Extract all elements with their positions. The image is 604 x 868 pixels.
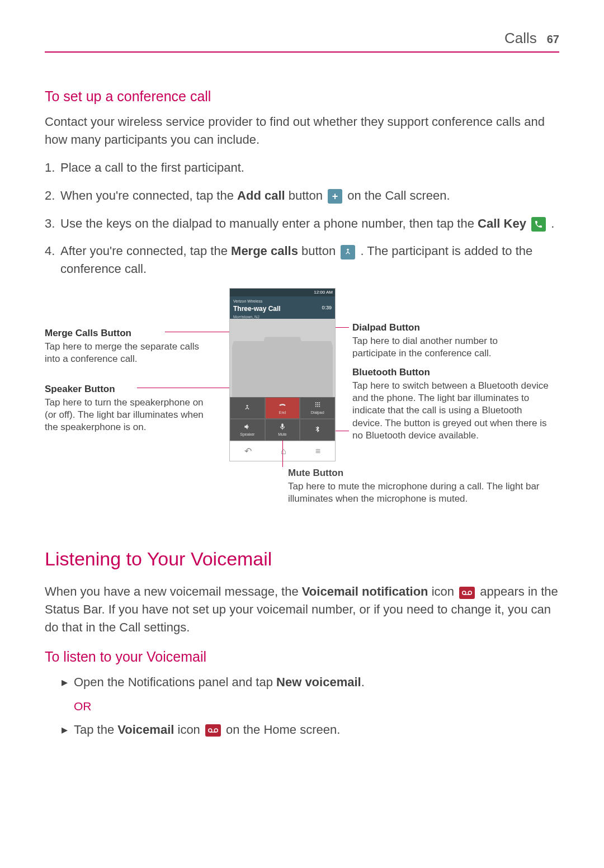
call-key-icon (531, 217, 546, 232)
bluetooth-button[interactable] (300, 419, 335, 441)
svg-point-4 (214, 729, 218, 732)
status-time: 12:00 AM (314, 289, 333, 296)
callout-speaker: Speaker Button Tap here to turn the spea… (45, 383, 213, 433)
merge-button[interactable] (230, 397, 265, 419)
step-text: Use the keys on the dialpad to manually … (60, 215, 559, 233)
callout-desc: Tap here to merge the separate calls int… (45, 341, 199, 364)
step-text: When you're connected, tap the Add call … (60, 187, 559, 205)
bullet-icon: ▸ (62, 721, 74, 739)
add-call-label: Add call (237, 188, 285, 202)
or-separator: OR (45, 698, 559, 715)
contact-silhouettes (230, 319, 335, 397)
text-fragment: Tap the (74, 723, 117, 737)
person-icon (299, 341, 333, 397)
voicemail-icon (459, 587, 475, 599)
leader-line (137, 388, 238, 388)
callout-desc: Tap here to switch between a Bluetooth d… (352, 380, 549, 440)
text-fragment: Open the Notifications panel and tap (74, 675, 276, 689)
header-section: Calls (504, 28, 537, 49)
svg-point-0 (463, 591, 466, 595)
callout-bluetooth: Bluetooth Button Tap here to switch betw… (352, 366, 554, 442)
text-fragment: After you're connected, tap the (60, 244, 231, 258)
mute-button[interactable]: Mute (265, 419, 300, 441)
call-screen-diagram: Merge Calls Button Tap here to merge the… (45, 288, 559, 523)
step-number: 2. (45, 187, 60, 205)
leader-line (336, 431, 349, 431)
step-4: 4. After you're connected, tap the Merge… (45, 242, 559, 278)
voicemail-steps-2: ▸ Tap the Voicemail icon on the Home scr… (45, 721, 559, 739)
conference-steps: 1. Place a call to the first participant… (45, 159, 559, 278)
person-icon (232, 341, 266, 397)
header-page-number: 67 (547, 31, 559, 48)
menu-icon[interactable]: ≡ (315, 445, 320, 457)
bullet-icon: ▸ (62, 673, 74, 691)
leader-line (165, 332, 238, 332)
phone-call-header: Verizon Wireless Three-way Call Morristo… (230, 296, 335, 319)
conference-heading: To set up a conference call (45, 86, 559, 106)
voicemail-sub-heading: To listen to your Voicemail (45, 647, 559, 667)
vm-step-1: ▸ Open the Notifications panel and tap N… (45, 673, 559, 691)
callout-title: Dialpad Button (352, 322, 520, 334)
merge-calls-label: Merge calls (231, 244, 298, 258)
end-button[interactable]: End (265, 397, 300, 419)
add-call-icon (328, 189, 342, 204)
btn-label: Dialpad (311, 410, 324, 416)
step-number: 4. (45, 242, 60, 278)
callout-title: Bluetooth Button (352, 366, 554, 379)
btn-label: Mute (278, 432, 287, 437)
leader-line (282, 440, 283, 467)
callout-desc: Tap here to turn the speakerphone on (or… (45, 397, 204, 432)
voicemail-notification-label: Voicemail notification (302, 584, 428, 598)
text-fragment: Use the keys on the dialpad to manually … (60, 216, 478, 230)
page-header: Calls 67 (45, 28, 559, 53)
voicemail-intro: When you have a new voicemail message, t… (45, 583, 559, 636)
step-text: Tap the Voicemail icon on the Home scree… (74, 721, 340, 739)
person-icon (263, 337, 302, 398)
voicemail-heading: Listening to Your Voicemail (45, 545, 559, 573)
btn-label: Speaker (240, 432, 254, 437)
home-icon[interactable]: ⌂ (281, 445, 286, 457)
step-1: 1. Place a call to the first participant… (45, 159, 559, 177)
call-timer: 0:39 (322, 304, 332, 312)
step-text: Open the Notifications panel and tap New… (74, 673, 365, 691)
step-2: 2. When you're connected, tap the Add ca… (45, 187, 559, 205)
text-fragment: on the Call screen. (347, 188, 450, 202)
text-fragment: button (301, 244, 339, 258)
svg-point-1 (468, 591, 471, 595)
step-text: Place a call to the first participant. (60, 159, 559, 177)
callout-desc: Tap here to dial another number to parti… (352, 336, 498, 358)
merge-calls-icon (341, 245, 355, 260)
call-key-label: Call Key (478, 216, 526, 230)
text-fragment: button (289, 188, 326, 202)
conference-intro: Contact your wireless service provider t… (45, 113, 559, 149)
new-voicemail-label: New voicemail (276, 675, 361, 689)
step-number: 3. (45, 215, 60, 233)
text-fragment: icon (432, 584, 457, 598)
svg-point-3 (209, 729, 212, 732)
voicemail-icon (205, 724, 221, 737)
callout-title: Mute Button (288, 467, 551, 479)
speaker-button[interactable]: Speaker (230, 419, 265, 441)
phone-status-bar: 12:00 AM (230, 289, 335, 296)
callout-merge: Merge Calls Button Tap here to merge the… (45, 327, 213, 365)
phone-screenshot: 12:00 AM Verizon Wireless Three-way Call… (229, 288, 336, 461)
text-fragment: When you have a new voicemail message, t… (45, 584, 302, 598)
text-fragment: . (551, 216, 554, 230)
dialpad-button[interactable]: Dialpad (300, 397, 335, 419)
text-fragment: on the Home screen. (226, 723, 340, 737)
callout-dialpad: Dialpad Button Tap here to dial another … (352, 322, 520, 360)
back-icon[interactable]: ↶ (244, 445, 252, 457)
step-3: 3. Use the keys on the dialpad to manual… (45, 215, 559, 233)
text-fragment: icon (178, 723, 204, 737)
btn-label: End (279, 410, 286, 416)
callout-mute: Mute Button Tap here to mute the microph… (288, 467, 551, 505)
step-text: After you're connected, tap the Merge ca… (60, 242, 559, 278)
callout-title: Merge Calls Button (45, 327, 213, 339)
text-fragment: When you're connected, tap the (60, 188, 237, 202)
voicemail-label: Voicemail (117, 723, 174, 737)
callout-desc: Tap here to mute the microphone during a… (288, 481, 540, 504)
step-number: 1. (45, 159, 60, 177)
voicemail-steps: ▸ Open the Notifications panel and tap N… (45, 673, 559, 691)
text-fragment: . (361, 675, 365, 689)
call-name: Three-way Call (233, 304, 281, 314)
